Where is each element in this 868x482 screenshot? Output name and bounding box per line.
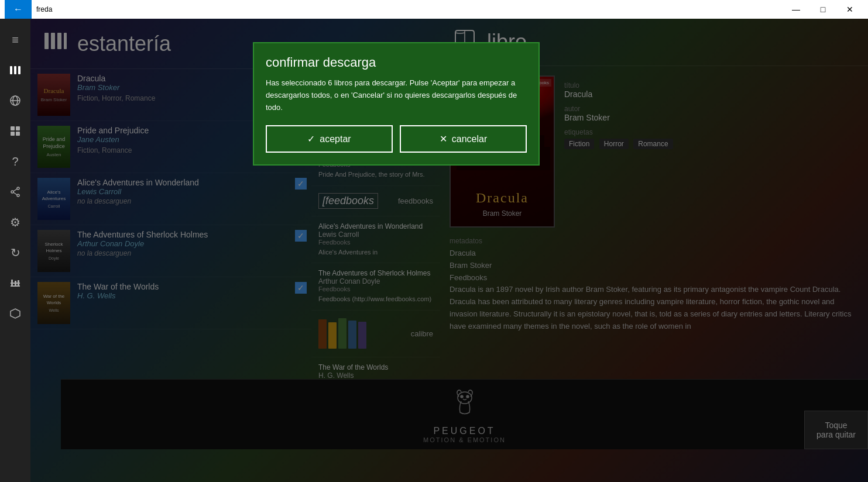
sidebar-item-refresh[interactable]: ↻: [0, 237, 30, 268]
accept-icon: ✓: [307, 133, 315, 144]
cancel-label: cancelar: [452, 134, 487, 144]
svg-point-12: [17, 194, 19, 197]
svg-marker-20: [11, 309, 20, 318]
svg-rect-19: [18, 280, 19, 285]
app-body: ≡ ? ⚙ ↻ estanter: [0, 19, 868, 482]
svg-point-11: [11, 191, 13, 193]
dialog-overlay: confirmar descarga Has seleccionado 6 li…: [30, 19, 868, 482]
titlebar-left: ← freda: [5, 0, 52, 19]
dialog-title: confirmar descarga: [266, 55, 527, 70]
sidebar-item-menu[interactable]: ≡: [0, 25, 30, 55]
svg-line-13: [13, 192, 17, 195]
svg-rect-17: [11, 280, 13, 285]
back-button[interactable]: ←: [5, 0, 32, 19]
svg-rect-2: [18, 66, 20, 74]
svg-point-10: [17, 187, 19, 190]
content-area: estantería Dracula Bram Stoker Dracula B…: [30, 19, 868, 482]
cancel-button[interactable]: ✕ cancelar: [400, 125, 527, 153]
sidebar-item-bookshelf[interactable]: [0, 55, 30, 85]
close-button[interactable]: ✕: [836, 0, 863, 19]
confirm-dialog: confirmar descarga Has seleccionado 6 li…: [253, 42, 540, 166]
titlebar: ← freda — □ ✕: [0, 0, 868, 19]
svg-rect-18: [15, 281, 16, 285]
sidebar-item-settings[interactable]: ⚙: [0, 207, 30, 237]
sidebar-item-catalog[interactable]: [0, 85, 30, 116]
maximize-button[interactable]: □: [809, 0, 836, 19]
minimize-button[interactable]: —: [783, 0, 809, 19]
svg-rect-15: [11, 285, 20, 287]
svg-line-14: [13, 189, 17, 191]
sidebar-item-collections[interactable]: [0, 116, 30, 146]
sidebar-item-tags[interactable]: [0, 298, 30, 329]
sidebar-item-shelf2[interactable]: [0, 268, 30, 298]
svg-rect-9: [16, 132, 20, 136]
window-controls: — □ ✕: [783, 0, 863, 19]
svg-rect-1: [14, 66, 16, 74]
svg-rect-8: [11, 132, 15, 136]
svg-rect-7: [16, 126, 20, 130]
accept-label: aceptar: [320, 134, 351, 144]
sidebar-item-share[interactable]: [0, 177, 30, 207]
svg-rect-6: [11, 126, 15, 130]
dialog-buttons: ✓ aceptar ✕ cancelar: [266, 125, 527, 153]
accept-button[interactable]: ✓ aceptar: [266, 125, 393, 153]
cancel-icon: ✕: [440, 133, 447, 144]
sidebar-item-help[interactable]: ?: [0, 146, 30, 177]
svg-rect-0: [10, 66, 12, 74]
dialog-message: Has seleccionado 6 libros para descargar…: [266, 77, 527, 113]
app-title: freda: [36, 5, 52, 13]
sidebar: ≡ ? ⚙ ↻: [0, 19, 30, 482]
